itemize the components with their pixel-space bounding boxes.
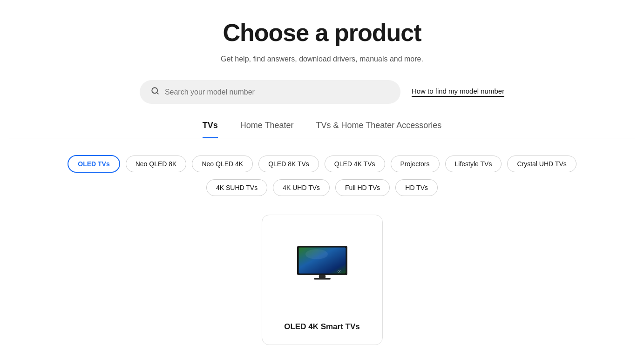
svg-rect-7	[314, 278, 331, 280]
page-container: Choose a product Get help, find answers,…	[0, 0, 644, 352]
product-card-oled-4k[interactable]: QD OLED 4K Smart TVs	[262, 215, 383, 345]
product-image-area: QD	[273, 230, 371, 295]
filter-neo-qled-4k[interactable]: Neo QLED 4K	[192, 156, 253, 172]
filter-4k-suhd[interactable]: 4K SUHD TVs	[206, 179, 267, 196]
filter-full-hd[interactable]: Full HD TVs	[335, 179, 390, 196]
filter-crystal-uhd[interactable]: Crystal UHD TVs	[507, 156, 576, 172]
filter-neo-qled-8k[interactable]: Neo QLED 8K	[126, 156, 187, 172]
tab-home-theater[interactable]: Home Theater	[240, 121, 294, 138]
tab-tvs[interactable]: TVs	[203, 121, 218, 138]
svg-point-5	[305, 249, 328, 259]
search-row: How to find my model number	[9, 80, 635, 104]
svg-line-1	[156, 92, 158, 94]
filter-oled-tvs[interactable]: OLED TVs	[68, 155, 120, 173]
find-model-link[interactable]: How to find my model number	[412, 87, 504, 97]
tab-accessories[interactable]: TVs & Home Theater Accessories	[316, 121, 441, 138]
filter-projectors[interactable]: Projectors	[391, 156, 440, 172]
svg-text:QD: QD	[338, 270, 341, 273]
filter-row-2: 4K SUHD TVs 4K UHD TVs Full HD TVs HD TV…	[9, 179, 635, 196]
svg-rect-6	[319, 275, 325, 278]
page-subtitle: Get help, find answers, download drivers…	[9, 55, 635, 63]
filter-lifestyle[interactable]: Lifestyle TVs	[445, 156, 502, 172]
search-box	[140, 80, 400, 104]
filter-row-1: OLED TVs Neo QLED 8K Neo QLED 4K QLED 8K…	[9, 155, 635, 173]
product-grid: QD OLED 4K Smart TVs	[9, 215, 635, 345]
page-title: Choose a product	[9, 19, 635, 47]
filter-4k-uhd[interactable]: 4K UHD TVs	[273, 179, 330, 196]
filter-hd-tvs[interactable]: HD TVs	[395, 179, 438, 196]
search-input[interactable]	[165, 88, 389, 96]
product-name: OLED 4K Smart TVs	[284, 322, 360, 332]
filter-qled-8k[interactable]: QLED 8K TVs	[258, 156, 319, 172]
filter-qled-4k[interactable]: QLED 4K TVs	[325, 156, 385, 172]
search-icon	[151, 87, 159, 97]
tv-illustration: QD	[294, 244, 350, 281]
tabs-row: TVs Home Theater TVs & Home Theater Acce…	[9, 121, 635, 138]
